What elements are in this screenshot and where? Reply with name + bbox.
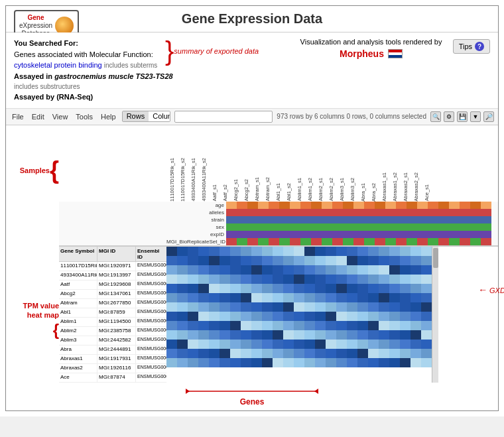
ann-cell xyxy=(343,223,353,231)
hm-cell xyxy=(389,321,400,330)
hm-cell xyxy=(209,358,220,367)
logo-gene: Gene xyxy=(19,14,52,22)
hm-cell xyxy=(421,256,432,265)
hm-cell xyxy=(347,302,357,312)
ann-cell xyxy=(428,238,438,245)
tpm-line2: heat map xyxy=(23,310,59,320)
subtypes: includes substructures xyxy=(14,82,252,92)
tips-button[interactable]: Tips ? xyxy=(453,39,490,54)
col-header-item: 4933400A11Rik_s2 xyxy=(198,125,209,202)
ann-cell xyxy=(300,202,311,209)
gene-symbol: Abraxas2 xyxy=(59,364,97,373)
cols-btn[interactable]: Columns xyxy=(149,111,170,121)
gene-symbol: Ablim3 xyxy=(59,336,97,345)
ann-cell xyxy=(269,202,279,209)
ann-cell xyxy=(247,216,258,223)
gene-symbol: 1110017D15Rik xyxy=(59,262,97,271)
hm-cell xyxy=(326,275,336,284)
rows-cols-toggle[interactable]: Rows Columns ▾ xyxy=(122,111,171,122)
hm-cell xyxy=(166,330,177,340)
assay-in: Assayed in xyxy=(14,72,52,80)
hm-cell xyxy=(368,340,379,349)
metadata-arrow: ← xyxy=(478,284,487,295)
hm-cell xyxy=(241,247,251,256)
morpheus-search-input[interactable] xyxy=(174,111,273,123)
col-header-text: Abtram_s2 xyxy=(265,177,271,201)
menu-file[interactable]: File xyxy=(10,112,26,121)
col-header-text: Abraxas1_s2 xyxy=(392,172,398,202)
search2-icon[interactable]: 🔎 xyxy=(483,111,494,122)
hm-cell xyxy=(336,284,347,293)
hm-cell xyxy=(304,349,315,358)
ann-cell xyxy=(470,223,481,231)
hm-cell xyxy=(389,265,400,275)
hm-cell xyxy=(315,247,326,256)
hm-cell xyxy=(283,302,294,312)
genes-annotation: Genes xyxy=(6,383,498,410)
hm-cell xyxy=(368,321,379,330)
hm-cell xyxy=(379,256,389,265)
hm-cell xyxy=(336,312,347,321)
ann-cell xyxy=(226,238,237,245)
gene-row: AatfMGI:1929608ENSMUSG00000018697 xyxy=(59,281,166,290)
menu-view[interactable]: View xyxy=(50,112,70,121)
ann-cell xyxy=(417,216,428,223)
col-header-item: 1110017D15Rik_s1 xyxy=(166,125,177,202)
ann-cell xyxy=(353,223,364,231)
col-header-text: 1110017D15Rik_s1 xyxy=(169,158,175,202)
hm-cell xyxy=(304,284,315,293)
hm-cell xyxy=(230,284,241,293)
gene-mgi: MGI:87859 xyxy=(97,308,136,317)
hm-cell xyxy=(400,275,410,284)
hm-cell xyxy=(368,256,379,265)
ann-cell xyxy=(385,231,396,238)
hm-cell xyxy=(357,247,368,256)
hm-cell xyxy=(357,293,368,302)
hm-cell xyxy=(336,275,347,284)
filter-icon[interactable]: ▼ xyxy=(470,111,481,122)
col-header-item: Abraxas1_s2 xyxy=(389,125,400,202)
morpheus-name[interactable]: Morpheus xyxy=(340,48,384,59)
menu-help[interactable]: Help xyxy=(99,112,118,121)
ann-cell xyxy=(300,216,311,223)
hm-cell xyxy=(357,284,368,293)
hm-cell xyxy=(315,321,326,330)
hm-cell xyxy=(220,358,230,367)
hm-cell xyxy=(347,358,357,367)
ann-cell xyxy=(343,216,353,223)
hm-cell xyxy=(177,265,188,275)
hm-cell xyxy=(209,284,220,293)
hm-cell xyxy=(400,340,410,349)
ann-cell xyxy=(396,202,407,209)
hm-cell xyxy=(357,330,368,340)
settings-icon[interactable]: ⚙ xyxy=(444,111,454,122)
menu-edit[interactable]: Edit xyxy=(30,112,46,121)
hm-cell xyxy=(315,340,326,349)
hm-cell xyxy=(209,330,220,340)
hm-cell xyxy=(166,358,177,367)
menu-tools[interactable]: Tools xyxy=(74,112,95,121)
content-box: Gene eXpression Database Gene Expression… xyxy=(5,5,499,411)
ann-cell xyxy=(375,216,385,223)
ann-cell xyxy=(438,209,449,216)
svg-marker-2 xyxy=(314,389,318,394)
save-icon[interactable]: 💾 xyxy=(457,111,468,122)
rows-btn[interactable]: Rows xyxy=(123,111,149,121)
hm-cell xyxy=(294,265,304,275)
hm-cell xyxy=(166,340,177,349)
vertical-scrollbar[interactable] xyxy=(432,247,438,383)
ann-cell xyxy=(322,216,332,223)
hm-cell xyxy=(283,330,294,340)
hm-cell xyxy=(177,247,188,256)
scrollbar-thumb[interactable] xyxy=(433,248,438,268)
hm-cell xyxy=(379,321,389,330)
hm-cell xyxy=(166,284,177,293)
col-header-item: 1110017D15Rik_s2 xyxy=(177,125,188,202)
ann-cell xyxy=(258,209,269,216)
ann-cell xyxy=(428,202,438,209)
row-ann-row: MGI_BioReplicateSet_ID xyxy=(166,238,491,245)
hm-cell xyxy=(347,340,357,349)
hm-cell xyxy=(262,321,273,330)
tissue: gastrocnemius muscle TS23-TS28 xyxy=(54,72,173,80)
zoom-icon[interactable]: 🔍 xyxy=(430,111,441,122)
